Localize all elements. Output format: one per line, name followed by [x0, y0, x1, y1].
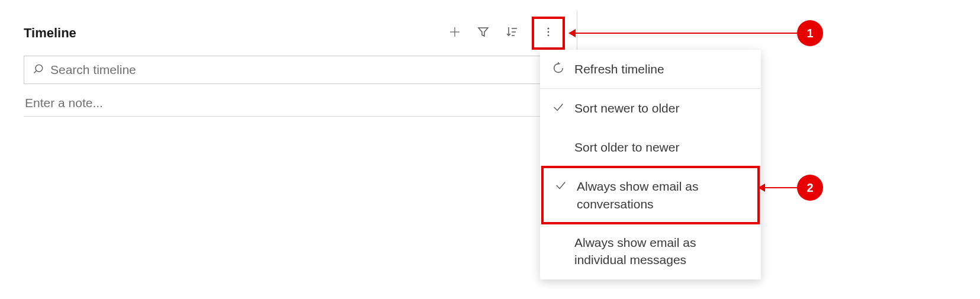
sort-icon — [505, 25, 519, 41]
highlighted-menu-item: Always show email as conversations — [541, 166, 760, 224]
svg-point-6 — [548, 28, 550, 30]
menu-item-sort-newer[interactable]: Sort newer to older — [540, 89, 761, 127]
menu-section-sort: Sort newer to older Sort older to newer — [540, 89, 761, 167]
empty-icon — [551, 234, 566, 235]
timeline-panel: Timeline — [12, 11, 577, 277]
timeline-toolbar — [444, 17, 565, 50]
filter-button[interactable] — [473, 22, 494, 44]
callout-badge-1: 1 — [797, 20, 823, 46]
svg-point-8 — [548, 34, 550, 36]
add-button[interactable] — [444, 22, 465, 44]
menu-section-refresh: Refresh timeline — [540, 50, 761, 89]
refresh-icon — [551, 60, 566, 75]
svg-point-7 — [548, 31, 550, 33]
sort-button[interactable] — [501, 22, 522, 44]
more-vertical-icon — [542, 26, 554, 40]
menu-item-label: Refresh timeline — [574, 60, 664, 78]
menu-section-email: Always show email as conversations Alway… — [540, 166, 761, 279]
plus-icon — [448, 25, 462, 41]
callout-line — [573, 33, 801, 34]
more-commands-button[interactable] — [532, 17, 565, 50]
svg-line-10 — [34, 70, 37, 73]
search-container[interactable] — [24, 56, 565, 84]
timeline-header: Timeline — [24, 21, 565, 45]
menu-item-email-individual[interactable]: Always show email as individual messages — [540, 223, 761, 279]
timeline-title: Timeline — [24, 25, 76, 41]
search-icon — [33, 63, 50, 77]
menu-item-label: Always show email as conversations — [577, 178, 748, 213]
more-commands-menu: Refresh timeline Sort newer to older Sor… — [540, 50, 761, 279]
menu-item-label: Always show email as individual messages — [574, 234, 750, 269]
check-icon — [551, 99, 566, 114]
menu-item-email-conversations[interactable]: Always show email as conversations — [544, 168, 757, 222]
search-input[interactable] — [50, 63, 556, 77]
filter-icon — [476, 25, 490, 41]
svg-point-9 — [36, 65, 43, 72]
note-row[interactable] — [24, 96, 565, 117]
menu-item-sort-older[interactable]: Sort older to newer — [540, 128, 761, 166]
menu-item-refresh[interactable]: Refresh timeline — [540, 50, 761, 88]
note-input[interactable] — [25, 96, 564, 110]
menu-item-label: Sort older to newer — [574, 139, 679, 156]
callout-badge-2: 2 — [797, 175, 823, 201]
menu-item-label: Sort newer to older — [574, 99, 679, 117]
empty-icon — [551, 139, 566, 140]
check-icon — [553, 178, 568, 192]
callout-line — [763, 187, 801, 188]
